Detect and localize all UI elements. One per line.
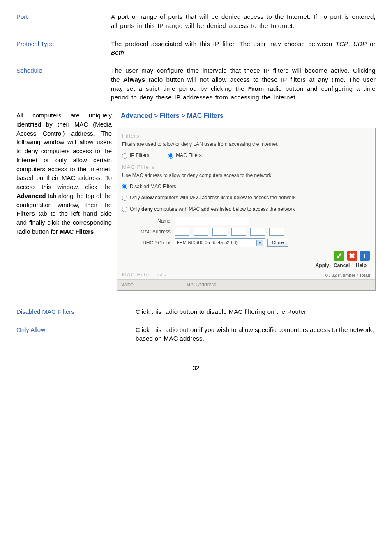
only-allow-bold: allow — [141, 195, 154, 200]
dhcp-client-select[interactable]: FHM-NB3(00-0b-6b-4a-52-83) ▾ — [175, 238, 265, 247]
left-bold-advanced: Advanced — [16, 192, 46, 199]
mac-input-5[interactable] — [250, 228, 265, 236]
left-paragraph: All computers are uniquely identified by… — [16, 111, 117, 236]
page-number: 32 — [16, 364, 376, 373]
mac-sep-4: - — [247, 228, 249, 235]
schedule-from: From — [248, 85, 264, 92]
mac-section-heading: MAC Filters — [122, 164, 370, 171]
disabled-mac-label: Disabled MAC Filters — [130, 183, 176, 190]
mac-sep-5: - — [266, 228, 268, 235]
clone-button[interactable]: Clone — [267, 239, 288, 247]
col-mac: MAC Address — [186, 281, 216, 288]
term-schedule: Schedule — [16, 66, 111, 102]
mac-sep-1: - — [191, 228, 192, 235]
mac-filters-screenshot: Filters Filters are used to allow or den… — [117, 128, 376, 291]
dhcp-client-value: FHM-NB3(00-0b-6b-4a-52-83) — [177, 240, 238, 246]
ip-filters-radio[interactable] — [122, 153, 127, 159]
term-port: Port — [16, 12, 111, 30]
def-disabled-body: Click this radio button to disable MAC f… — [136, 307, 376, 316]
mac-input-6[interactable] — [269, 228, 284, 236]
term-only-allow: Only Allow — [16, 325, 136, 343]
mac-input-3[interactable] — [212, 228, 227, 236]
ip-filters-label: IP Filters — [130, 152, 149, 159]
protocol-tcp: TCP — [336, 40, 348, 47]
protocol-sep1: , — [348, 40, 353, 47]
schedule-always: Always — [123, 76, 145, 83]
term-disabled-mac-filters: Disabled MAC Filters — [16, 307, 136, 316]
def-schedule-body: The user may configure time intervals th… — [111, 66, 376, 102]
col-name: Name — [120, 281, 186, 288]
protocol-sep2: or — [367, 40, 376, 47]
def-port-body: A port or range of ports that will be de… — [111, 12, 376, 30]
protocol-udp: UDP — [353, 40, 367, 47]
help-icon[interactable]: + — [360, 251, 370, 261]
name-input[interactable] — [175, 217, 249, 225]
dhcp-client-label: DHCP Client — [122, 240, 175, 246]
disabled-mac-radio[interactable] — [122, 184, 127, 189]
mac-input-4[interactable] — [231, 228, 246, 236]
filters-heading: Filters — [122, 132, 370, 140]
left-bold-filters: Filters — [16, 210, 35, 217]
only-allow-radio[interactable] — [122, 196, 127, 201]
def-protocol-body: The protocol associated with this IP fil… — [111, 39, 376, 58]
apply-icon[interactable]: ✔ — [334, 251, 344, 261]
only-deny-radio[interactable] — [122, 207, 127, 212]
def-only-allow-body: Click this radio button if you wish to a… — [136, 325, 376, 343]
cancel-label: Cancel — [333, 262, 351, 269]
mac-filters-label: MAC Filters — [176, 152, 202, 159]
only-deny-label: Only deny computers with MAC address lis… — [130, 206, 295, 213]
apply-label: Apply — [313, 262, 331, 269]
mac-section-desc: Use MAC address to allow or deny compute… — [122, 172, 370, 179]
chevron-down-icon: ▾ — [256, 240, 263, 246]
section-heading: Advanced > Filters > MAC Filters — [117, 111, 376, 120]
protocol-suffix: . — [124, 49, 126, 56]
only-deny-pre: Only — [130, 206, 141, 212]
mac-input-1[interactable] — [175, 228, 189, 236]
only-deny-post: computers with MAC address listed below … — [153, 206, 295, 212]
mac-sep-3: - — [228, 228, 230, 235]
only-allow-post: computers with MAC address listed below … — [154, 195, 295, 200]
name-label: Name — [122, 218, 175, 225]
list-count: 0 / 32 (Number / Total) — [325, 272, 370, 279]
filters-desc: Filters are used to allow or deny LAN us… — [122, 141, 370, 148]
list-header-row: Name MAC Address — [117, 279, 375, 290]
term-protocol-type: Protocol Type — [16, 39, 111, 58]
cancel-icon[interactable]: ✖ — [347, 251, 357, 261]
only-allow-label: Only allow computers with MAC address li… — [130, 194, 296, 201]
only-deny-bold: deny — [141, 206, 153, 212]
mac-filter-lists-heading: MAC Filter Lists — [122, 271, 166, 279]
only-allow-pre: Only — [130, 195, 141, 200]
left-bold-mac: MAC Filters — [60, 228, 94, 235]
mac-address-label: MAC Address — [122, 228, 175, 235]
protocol-text-a: The protocol associated with this IP fil… — [111, 40, 336, 47]
protocol-both: Both — [111, 49, 124, 56]
left-d: . — [94, 228, 95, 235]
mac-input-2[interactable] — [194, 228, 208, 236]
mac-filters-radio[interactable] — [168, 153, 173, 159]
left-a: All computers are uniquely identified by… — [16, 112, 112, 190]
help-label: Help — [352, 262, 370, 269]
mac-sep-2: - — [210, 228, 211, 235]
